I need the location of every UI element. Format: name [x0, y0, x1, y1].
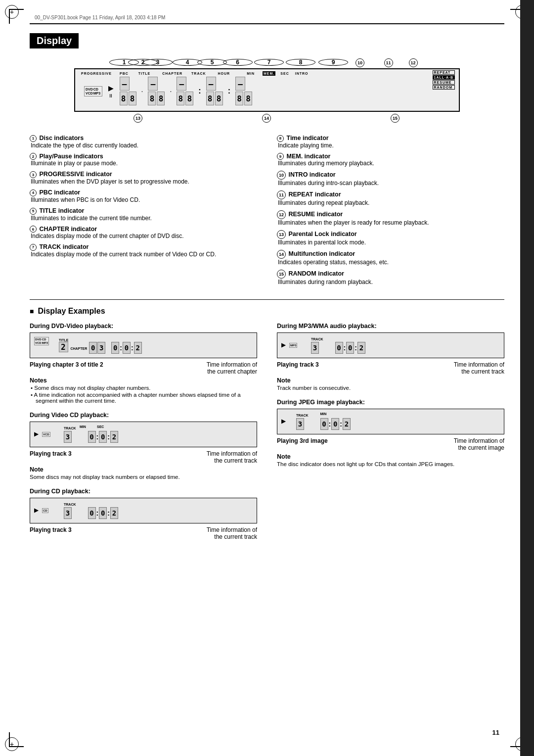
indicator-11: 11 REPEAT indicator Illuminates during r…: [277, 190, 504, 206]
desc-right-column: 8 Time indicator Indicate playing time. …: [277, 135, 504, 289]
indicator-6: 6 CHAPTER indicator Indicates display mo…: [30, 226, 257, 240]
bottom-callout-numbers: 13 14 15: [74, 114, 460, 123]
indicator-4: 4 PBC indicator Illuminates when PBC is …: [30, 189, 257, 203]
mini-lcd-jpeg: ▶ TRACK 3 MIN 0 : 0: [277, 409, 504, 434]
examples-left-column: During DVD-Video playback: DVDCD VCDMP3 …: [30, 323, 257, 548]
top-callout-numbers: 1 2 3 4 5 6 7 8 9 10 11 12: [74, 58, 460, 67]
indicator-7: 7 TRACK indicator Indicates display mode…: [30, 243, 257, 258]
lcd-display-panel: PROGRESSIVE PBC TITLE CHAPTER TRACK HOUR…: [74, 68, 460, 112]
mini-lcd-dvd: DVDCD VCDMP3 TITLE 2 CHAPTER 0 3: [30, 332, 257, 358]
indicator-10: 10 INTRO indicator Illuminates during in…: [277, 171, 504, 187]
page-header: 00_DV-SP301.book Page 11 Friday, April 1…: [30, 15, 504, 20]
page-number: 11: [492, 729, 499, 736]
mini-lcd-mp3: ▶ MP3 TRACK 3 0 :: [277, 332, 504, 358]
section-divider: [30, 299, 504, 300]
indicator-1: 1 Disc indicators Indicate the type of d…: [30, 135, 257, 149]
lcd-digits-area: DVDCD VCDMP3 ▶ ⏸ – 8: [79, 77, 455, 105]
indicator-9: 9 MEM. indicator Illuminates during memo…: [277, 153, 504, 167]
indicator-13: 13 Parental Lock indicator Illuminates i…: [277, 230, 504, 246]
examples-right-column: During MP3/WMA audio playback: ▶ MP3 TRA…: [277, 323, 504, 548]
dvd-caption-row: Playing chapter 3 of title 2 Time inform…: [30, 361, 257, 375]
reg-circle-tl: [5, 5, 19, 19]
indicator-8: 8 Time indicator Indicate playing time.: [277, 135, 504, 149]
indicator-14: 14 Multifunction indicator Indicates ope…: [277, 250, 504, 266]
indicator-5: 5 TITLE indicator Illuminates to indicat…: [30, 207, 257, 222]
vcd-caption-row: Playing track 3 Time information ofthe c…: [30, 450, 257, 464]
reg-circle-bl: [5, 737, 19, 751]
example-cd: During CD playback: ▶ CD TRACK 3: [30, 488, 257, 540]
mini-lcd-cd: ▶ CD TRACK 3 0 :: [30, 498, 257, 523]
indicator-15: 15 RANDOM indicator Illuminates during r…: [277, 270, 504, 285]
indicator-12: 12 RESUME indicator Illuminates when the…: [277, 210, 504, 226]
indicator-3: 3 PROGRESSIVE indicator Illuminates when…: [30, 171, 257, 185]
example-mp3: During MP3/WMA audio playback: ▶ MP3 TRA…: [277, 323, 504, 391]
top-rule: [30, 23, 504, 24]
examples-section-title: Display Examples: [30, 307, 504, 316]
indicator-2: 2 Play/Pause indicators Illuminate in pl…: [30, 153, 257, 167]
display-diagram: 1 2 3 4 5 6 7 8 9 10 11 12 PROGRESSIVE P…: [30, 58, 504, 123]
jpeg-caption-row: Playing 3rd image Time information ofthe…: [277, 437, 504, 451]
example-jpeg: During JPEG image playback: ▶ TRACK 3 MI…: [277, 399, 504, 467]
cd-caption-row: Playing track 3 Time information ofthe c…: [30, 526, 257, 540]
example-dvd-video: During DVD-Video playback: DVDCD VCDMP3 …: [30, 323, 257, 404]
section-title: Display: [30, 33, 79, 48]
desc-left-column: 1 Disc indicators Indicate the type of d…: [30, 135, 257, 289]
right-sidebar: [520, 0, 534, 756]
mp3-caption-row: Playing track 3 Time information ofthe c…: [277, 361, 504, 375]
indicators-description-grid: 1 Disc indicators Indicate the type of d…: [30, 135, 504, 289]
mini-lcd-vcd: ▶ VCD TRACK 3 MIN SEC: [30, 422, 257, 447]
examples-grid: During DVD-Video playback: DVDCD VCDMP3 …: [30, 323, 504, 548]
lcd-indicator-labels: PROGRESSIVE PBC TITLE CHAPTER TRACK HOUR…: [79, 71, 455, 76]
example-vcd: During Video CD playback: ▶ VCD TRACK 3: [30, 412, 257, 480]
